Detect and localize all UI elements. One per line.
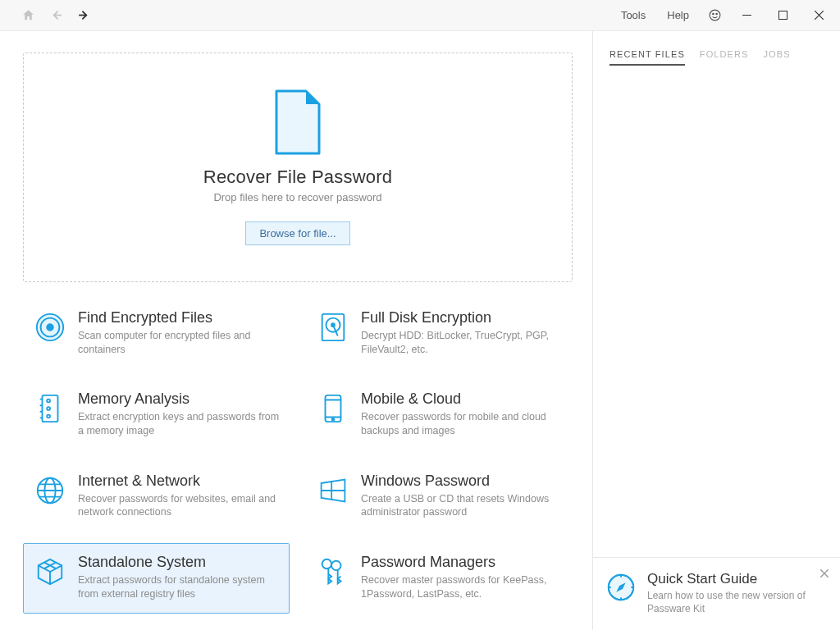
dropzone[interactable]: Recover File Password Drop files here to… [23,52,573,282]
close-icon [820,569,829,578]
browse-file-button[interactable]: Browse for file... [245,221,349,245]
minimize-icon [742,11,751,20]
dropzone-subtitle: Drop files here to recover password [213,191,381,203]
menu-tools[interactable]: Tools [611,4,655,26]
mobile-icon [317,393,349,424]
tile-desc: Recover passwords for mobile and cloud b… [361,410,564,438]
svg-point-1 [712,13,713,14]
maximize-button[interactable] [765,2,801,29]
nav-group [3,2,97,29]
home-icon [21,8,35,22]
tile-title: Find Encrypted Files [78,309,281,326]
tile-mobile-cloud[interactable]: Mobile & CloudRecover passwords for mobi… [306,380,573,450]
titlebar: Tools Help [0,0,840,31]
side-tabs: RECENT FILES FOLDERS JOBS [593,31,840,66]
side-panel: RECENT FILES FOLDERS JOBS Quick Start Gu… [592,31,840,630]
tile-desc: Extract encryption keys and passwords fr… [78,410,281,438]
svg-rect-3 [742,15,751,16]
back-button[interactable] [43,2,69,29]
globe-icon [34,475,66,506]
svg-point-20 [331,561,340,570]
tile-desc: Decrypt HDD: BitLocker, TrueCrypt, PGP, … [361,329,564,357]
svg-point-7 [47,324,53,331]
tile-password-managers[interactable]: Password ManagersRecover master password… [306,543,573,613]
tile-title: Memory Analysis [78,390,281,408]
hdd-icon [317,312,349,343]
guide-title: Quick Start Guide [647,571,829,587]
smile-icon [708,8,722,22]
arrow-right-icon [77,8,91,22]
guide-close-button[interactable] [817,566,832,581]
close-button[interactable] [801,2,837,29]
file-icon [273,89,322,155]
main-column: Recover File Password Drop files here to… [0,31,592,630]
tile-title: Full Disk Encryption [361,309,564,326]
keys-icon [317,556,349,587]
tile-title: Mobile & Cloud [361,390,564,408]
tile-internet-network[interactable]: Internet & NetworkRecover passwords for … [23,462,290,532]
disc-icon [34,312,66,343]
tile-title: Password Managers [361,554,564,571]
svg-point-14 [47,415,50,418]
tile-desc: Recover passwords for websites, email an… [78,492,281,520]
maximize-icon [778,11,788,20]
compass-icon [605,572,637,603]
arrow-left-icon [49,8,63,22]
svg-rect-4 [778,11,787,20]
tile-title: Windows Password [361,472,564,490]
window-controls [728,2,837,29]
body: Recover File Password Drop files here to… [0,31,840,630]
minimize-button[interactable] [728,2,765,29]
tile-full-disk-encryption[interactable]: Full Disk EncryptionDecrypt HDD: BitLock… [306,299,573,368]
tile-standalone-system[interactable]: Standalone SystemExtract passwords for s… [23,543,290,613]
forward-button[interactable] [71,2,97,29]
feedback-button[interactable] [701,2,728,29]
tile-desc: Recover master passwords for KeePass, 1P… [361,573,564,601]
tile-find-encrypted-files[interactable]: Find Encrypted FilesScan computer for en… [23,299,290,368]
tiles-grid: Find Encrypted FilesScan computer for en… [23,299,573,614]
side-body [593,66,840,557]
tile-memory-analysis[interactable]: Memory AnalysisExtract encryption keys a… [23,380,290,450]
home-button[interactable] [15,2,41,29]
menu-help[interactable]: Help [657,4,699,26]
tile-windows-password[interactable]: Windows PasswordCreate a USB or CD that … [306,462,573,532]
tab-folders[interactable]: FOLDERS [700,49,749,66]
menu-group: Tools Help [611,2,728,29]
tab-jobs[interactable]: JOBS [764,49,791,66]
tile-title: Standalone System [78,554,281,571]
tile-desc: Scan computer for encrypted files and co… [78,329,281,357]
svg-point-0 [710,10,720,21]
svg-point-16 [332,418,335,421]
svg-point-19 [322,559,331,568]
dropzone-title: Recover File Password [203,167,392,188]
quick-start-guide[interactable]: Quick Start Guide Learn how to use the n… [593,557,840,630]
svg-point-13 [47,408,50,411]
cube-icon [34,556,66,587]
memory-icon [34,393,66,424]
tab-recent-files[interactable]: RECENT FILES [609,49,685,66]
tile-desc: Extract passwords for standalone system … [78,573,281,601]
svg-point-2 [715,13,716,14]
tile-title: Internet & Network [78,472,281,490]
windows-icon [318,476,348,505]
close-icon [815,11,824,20]
guide-desc: Learn how to use the new version of Pass… [647,589,829,615]
tile-desc: Create a USB or CD that resets Windows a… [361,492,564,520]
svg-point-12 [47,399,50,403]
